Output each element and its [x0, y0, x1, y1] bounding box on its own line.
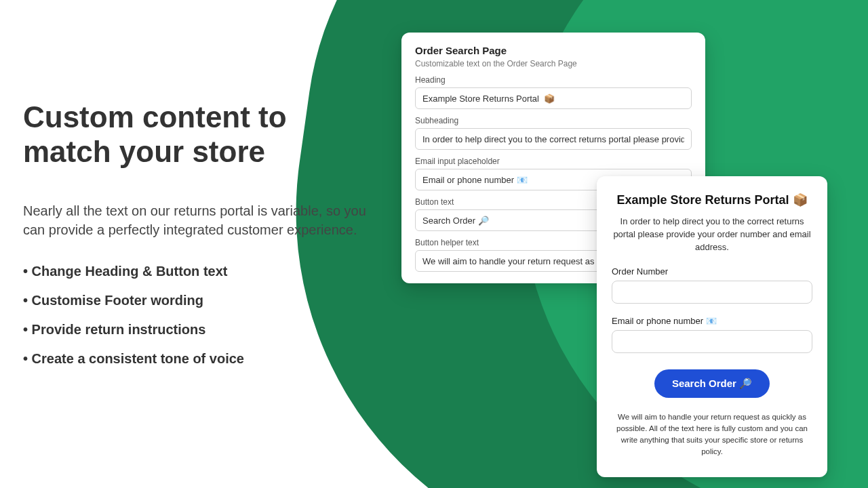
preview-intro: In order to help direct you to the corre…	[612, 216, 812, 254]
promo-bullet: Provide return instructions	[23, 322, 369, 338]
field-heading: Heading	[415, 75, 692, 109]
promo-subtext: Nearly all the text on our returns porta…	[23, 201, 369, 239]
promo-heading-line1: Custom content to	[23, 100, 287, 134]
preview-order-field: Order Number	[612, 266, 812, 304]
preview-order-label: Order Number	[612, 266, 812, 277]
promo-bullets: Change Heading & Button text Customise F…	[23, 264, 369, 367]
field-subheading-label: Subheading	[415, 116, 692, 125]
settings-desc: Customizable text on the Order Search Pa…	[415, 59, 692, 68]
subheading-input[interactable]	[415, 128, 692, 150]
order-number-input[interactable]	[612, 281, 812, 304]
preview-card: Example Store Returns Portal 📦 In order …	[597, 176, 827, 477]
promo-heading: Custom content to match your store	[23, 100, 369, 169]
preview-helper: We will aim to handle your return reques…	[612, 411, 812, 458]
preview-email-field: Email or phone number 📧	[612, 316, 812, 353]
field-subheading: Subheading	[415, 116, 692, 150]
promo-bullet: Customise Footer wording	[23, 293, 369, 308]
search-order-button[interactable]: Search Order 🔎	[654, 369, 770, 398]
promo-bullet: Change Heading & Button text	[23, 264, 369, 279]
preview-email-label: Email or phone number 📧	[612, 316, 812, 326]
promo-column: Custom content to match your store Nearl…	[23, 100, 369, 380]
field-heading-label: Heading	[415, 75, 692, 85]
email-input[interactable]	[612, 330, 812, 353]
promo-bullet: Create a consistent tone of voice	[23, 351, 369, 367]
settings-title: Order Search Page	[415, 45, 692, 56]
promo-heading-line2: match your store	[23, 135, 265, 168]
field-email-placeholder-label: Email input placeholder	[415, 157, 692, 166]
heading-input[interactable]	[415, 87, 692, 109]
preview-heading: Example Store Returns Portal 📦	[612, 192, 812, 207]
